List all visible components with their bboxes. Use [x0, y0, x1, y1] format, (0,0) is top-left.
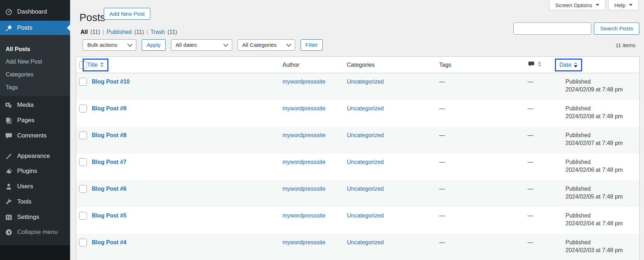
- sidebar-item-label: Pages: [17, 117, 34, 124]
- sidebar-item-label: Tools: [17, 198, 31, 205]
- sidebar-item-label: Appearance: [17, 152, 50, 160]
- category-link[interactable]: Uncategorized: [347, 105, 384, 111]
- sidebar-item-dashboard[interactable]: Dashboard: [0, 5, 70, 18]
- view-published[interactable]: Published: [107, 29, 132, 35]
- all-categories-select[interactable]: All Categories: [238, 39, 295, 51]
- screen-options-label: Screen Options: [555, 2, 592, 8]
- sliders-icon: [5, 214, 13, 221]
- comments-icon: [5, 132, 13, 140]
- post-title-link[interactable]: Blog Post #7: [92, 159, 127, 165]
- comments-value: —: [528, 239, 533, 245]
- chevron-down-icon: [596, 4, 599, 6]
- row-checkbox[interactable]: [79, 105, 87, 112]
- help-button[interactable]: Help: [608, 0, 639, 10]
- sidebar-item-posts[interactable]: Posts: [0, 21, 70, 35]
- comments-value: —: [528, 105, 533, 111]
- view-all[interactable]: All: [80, 29, 88, 35]
- category-link[interactable]: Uncategorized: [347, 132, 384, 138]
- tags-value: —: [439, 105, 445, 111]
- post-title-link[interactable]: Blog Post #5: [92, 212, 127, 219]
- wrench-icon: [5, 198, 13, 206]
- tags-value: —: [439, 132, 445, 138]
- author-link[interactable]: mywordpresssite: [283, 79, 326, 85]
- row-checkbox[interactable]: [79, 78, 87, 86]
- author-column-header: Author: [283, 57, 347, 73]
- post-title-link[interactable]: Blog Post #10: [92, 79, 130, 85]
- help-label: Help: [614, 2, 625, 8]
- sort-date-header[interactable]: Date: [560, 62, 572, 68]
- post-title-link[interactable]: Blog Post #8: [92, 132, 127, 138]
- sidebar-subitem-categories[interactable]: Categories: [0, 69, 70, 80]
- sidebar-item-tools[interactable]: Tools: [0, 195, 70, 208]
- search-input[interactable]: [513, 22, 591, 35]
- author-link[interactable]: mywordpresssite: [283, 159, 326, 165]
- apply-button[interactable]: Apply: [142, 39, 166, 51]
- chevron-down-icon: [286, 42, 291, 47]
- admin-sidebar: Dashboard Posts All Posts Add New Post C…: [0, 0, 70, 260]
- add-new-post-button[interactable]: Add New Post: [104, 8, 150, 20]
- sidebar-subitem-tags[interactable]: Tags: [0, 82, 70, 93]
- sort-arrows-icon: [538, 61, 541, 67]
- sidebar-subitem-add-new-post[interactable]: Add New Post: [0, 56, 70, 67]
- post-title-link[interactable]: Blog Post #6: [92, 186, 127, 192]
- author-link[interactable]: mywordpresssite: [283, 186, 326, 192]
- sidebar-item-collapse-menu[interactable]: Collapse menu: [0, 226, 70, 239]
- tags-value: —: [439, 239, 445, 245]
- author-link[interactable]: mywordpresssite: [283, 105, 326, 111]
- post-date: 2024/02/03 at 7:48 pm: [566, 246, 640, 254]
- table-row: Blog Post #6 mywordpresssite Uncategoriz…: [76, 180, 640, 207]
- pin-icon: [5, 24, 13, 32]
- screen-options-button[interactable]: Screen Options: [549, 0, 605, 10]
- bulk-actions-value: Bulk actions: [87, 42, 117, 48]
- sidebar-item-label: Collapse menu: [17, 229, 58, 236]
- sidebar-item-settings[interactable]: Settings: [0, 211, 70, 224]
- sidebar-item-plugins[interactable]: Plugins: [0, 165, 70, 178]
- post-date: 2024/02/09 at 7:48 pm: [566, 86, 640, 94]
- sort-title-header[interactable]: Title: [87, 62, 98, 68]
- comments-value: —: [528, 79, 533, 85]
- category-link[interactable]: Uncategorized: [347, 79, 384, 85]
- sidebar-subitem-all-posts[interactable]: All Posts: [0, 44, 70, 55]
- row-checkbox[interactable]: [79, 185, 87, 193]
- sidebar-item-users[interactable]: Users: [0, 180, 70, 193]
- row-checkbox[interactable]: [79, 131, 87, 139]
- table-header-row: Title Author Categories Tags: [76, 57, 640, 73]
- sidebar-item-pages[interactable]: Pages: [0, 114, 70, 127]
- tags-value: —: [439, 186, 445, 192]
- category-link[interactable]: Uncategorized: [347, 186, 384, 192]
- post-title-link[interactable]: Blog Post #4: [92, 239, 127, 245]
- sidebar-item-media[interactable]: Media: [0, 99, 70, 111]
- sidebar-item-appearance[interactable]: Appearance: [0, 150, 70, 162]
- comments-value: —: [528, 159, 533, 165]
- sort-comments-header[interactable]: [528, 61, 541, 68]
- category-link[interactable]: Uncategorized: [347, 212, 384, 219]
- posts-table: Title Author Categories Tags: [76, 56, 640, 260]
- sidebar-subitem-label: Tags: [6, 84, 18, 91]
- author-link[interactable]: mywordpresssite: [283, 212, 326, 219]
- tags-value: —: [439, 79, 445, 85]
- search-posts-button[interactable]: Search Posts: [594, 22, 639, 35]
- all-dates-select[interactable]: All dates: [171, 39, 232, 51]
- pages-icon: [5, 117, 13, 124]
- list-table-toolbar: Bulk actions Apply All dates All Categor…: [83, 39, 323, 51]
- view-published-count: (11): [134, 29, 144, 35]
- comments-value: —: [528, 212, 533, 219]
- sidebar-item-comments[interactable]: Comments: [0, 129, 70, 142]
- all-categories-value: All Categories: [242, 42, 277, 48]
- post-date: 2024/02/06 at 7:48 pm: [566, 166, 640, 174]
- table-row: Blog Post #7 mywordpresssite Uncategoriz…: [76, 154, 640, 180]
- post-status: Published: [566, 212, 640, 220]
- row-checkbox[interactable]: [79, 212, 87, 220]
- filter-button[interactable]: Filter: [301, 39, 323, 51]
- post-title-link[interactable]: Blog Post #9: [92, 105, 127, 111]
- category-link[interactable]: Uncategorized: [347, 159, 384, 165]
- view-trash[interactable]: Trash: [151, 29, 165, 35]
- table-row: Blog Post #4 mywordpresssite Uncategoriz…: [76, 234, 640, 260]
- row-checkbox[interactable]: [79, 239, 87, 246]
- bulk-actions-select[interactable]: Bulk actions: [83, 39, 136, 51]
- category-link[interactable]: Uncategorized: [347, 239, 384, 245]
- post-status: Published: [566, 105, 640, 112]
- row-checkbox[interactable]: [79, 158, 87, 166]
- author-link[interactable]: mywordpresssite: [283, 239, 326, 245]
- author-link[interactable]: mywordpresssite: [283, 132, 326, 138]
